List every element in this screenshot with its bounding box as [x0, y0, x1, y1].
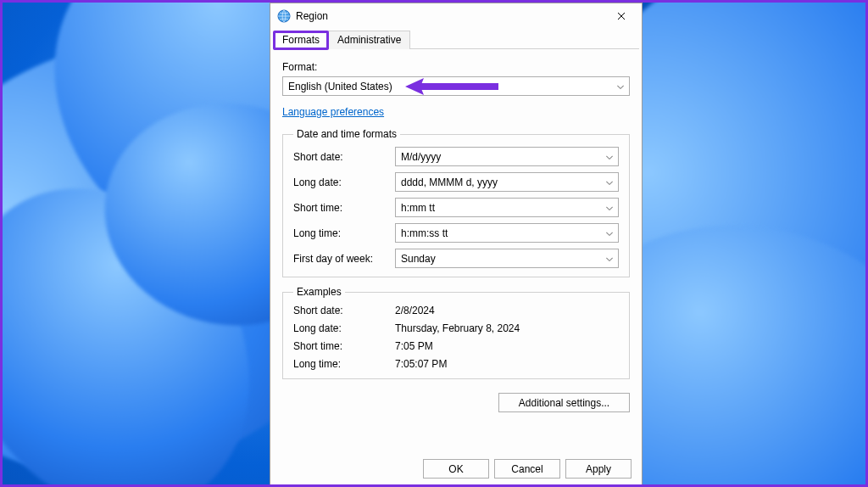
short-date-label: Short date: — [293, 151, 395, 163]
short-time-value: h:mm tt — [401, 202, 435, 214]
chevron-down-icon — [606, 152, 613, 161]
examples-group: Examples Short date: 2/8/2024 Long date:… — [282, 286, 630, 379]
tabstrip: Formats Administrative — [270, 31, 642, 49]
close-icon — [617, 12, 626, 20]
long-date-select[interactable]: dddd, MMMM d, yyyy — [395, 172, 619, 192]
first-day-select[interactable]: Sunday — [395, 249, 619, 268]
short-time-select[interactable]: h:mm tt — [395, 198, 619, 217]
datetime-formats-legend: Date and time formats — [293, 128, 400, 140]
ex-long-date-label: Long date: — [293, 322, 395, 334]
dialog-footer: OK Cancel Apply — [270, 452, 642, 487]
examples-legend: Examples — [293, 286, 345, 298]
long-time-select[interactable]: h:mm:ss tt — [395, 223, 619, 243]
ex-short-time-value: 7:05 PM — [395, 340, 619, 352]
format-label: Format: — [282, 61, 630, 73]
tab-body-formats: Format: English (United States) Language… — [270, 49, 642, 452]
first-day-value: Sunday — [401, 253, 436, 265]
long-time-label: Long time: — [293, 227, 395, 239]
format-select[interactable]: English (United States) — [282, 76, 630, 96]
globe-icon — [277, 9, 291, 23]
window-title: Region — [296, 10, 604, 22]
chevron-down-icon — [606, 228, 613, 238]
long-date-label: Long date: — [293, 176, 395, 188]
short-date-select[interactable]: M/d/yyyy — [395, 147, 619, 166]
chevron-down-icon — [606, 203, 613, 212]
chevron-down-icon — [606, 177, 613, 187]
ex-long-date-value: Thursday, February 8, 2024 — [395, 322, 619, 334]
ex-short-date-value: 2/8/2024 — [395, 305, 619, 316]
ex-long-time-value: 7:05:07 PM — [395, 358, 619, 370]
language-preferences-link[interactable]: Language preferences — [282, 106, 630, 118]
datetime-formats-group: Date and time formats Short date: M/d/yy… — [282, 128, 630, 277]
first-day-label: First day of week: — [293, 253, 395, 265]
titlebar[interactable]: Region — [270, 3, 642, 29]
short-date-value: M/d/yyyy — [401, 151, 441, 163]
tab-formats[interactable]: Formats — [273, 31, 329, 50]
long-time-value: h:mm:ss tt — [401, 227, 448, 239]
close-button[interactable] — [604, 4, 638, 28]
ok-button[interactable]: OK — [423, 459, 489, 479]
tab-administrative[interactable]: Administrative — [328, 31, 410, 49]
ex-long-time-label: Long time: — [293, 358, 395, 370]
cancel-button[interactable]: Cancel — [494, 459, 560, 479]
region-dialog: Region Formats Administrative Format: En… — [270, 3, 643, 487]
apply-button[interactable]: Apply — [565, 459, 632, 479]
chevron-down-icon — [617, 81, 624, 91]
short-time-label: Short time: — [293, 202, 395, 214]
chevron-down-icon — [606, 254, 613, 263]
additional-settings-button[interactable]: Additional settings... — [498, 393, 630, 412]
ex-short-time-label: Short time: — [293, 340, 395, 352]
ex-short-date-label: Short date: — [293, 305, 395, 316]
long-date-value: dddd, MMMM d, yyyy — [401, 176, 498, 188]
format-select-value: English (United States) — [288, 81, 392, 92]
